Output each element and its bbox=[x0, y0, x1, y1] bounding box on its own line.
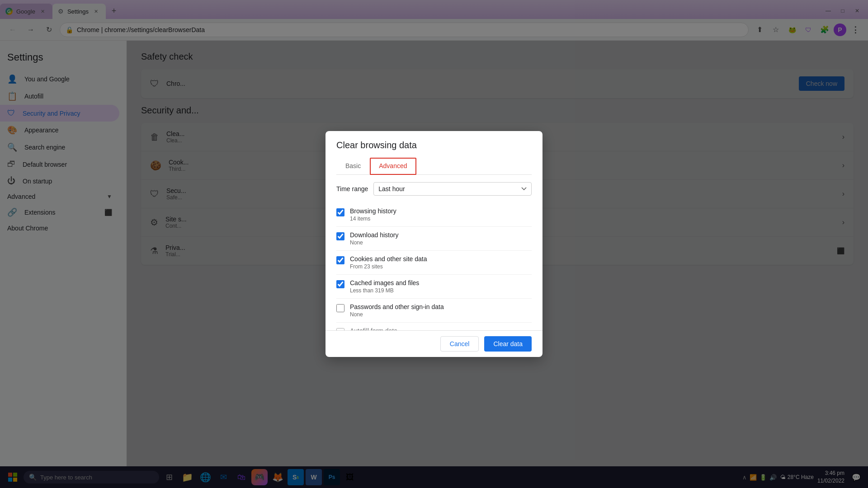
tab-advanced[interactable]: Advanced bbox=[370, 158, 416, 175]
browser-window: G Google ✕ ⚙ Settings ✕ + — □ ✕ ← → ↻ 🔒 … bbox=[0, 0, 868, 488]
autofill-checkbox[interactable] bbox=[336, 328, 344, 330]
dialog-header: Clear browsing data Basic Advanced bbox=[326, 131, 542, 175]
cookies-label: Cookies and other site data bbox=[350, 255, 427, 263]
clear-browsing-data-dialog: Clear browsing data Basic Advanced Time … bbox=[326, 131, 542, 357]
cached-label: Cached images and files bbox=[350, 279, 419, 286]
cancel-button[interactable]: Cancel bbox=[440, 336, 479, 352]
browsing-history-label: Browsing history bbox=[350, 207, 396, 215]
browsing-history-sublabel: 14 items bbox=[350, 216, 396, 222]
checkbox-download-history: Download history None bbox=[336, 227, 532, 251]
dialog-footer: Cancel Clear data bbox=[326, 330, 542, 357]
download-history-sublabel: None bbox=[350, 239, 398, 246]
time-range-label: Time range bbox=[336, 185, 368, 192]
autofill-text: Autofill form data bbox=[350, 327, 397, 330]
cached-checkbox[interactable] bbox=[336, 280, 344, 288]
tab-basic[interactable]: Basic bbox=[336, 158, 370, 175]
cookies-text: Cookies and other site data From 23 site… bbox=[350, 255, 427, 270]
passwords-checkbox[interactable] bbox=[336, 304, 344, 312]
browsing-history-text: Browsing history 14 items bbox=[350, 207, 396, 222]
time-range-row: Time range Last hour Last 24 hours Last … bbox=[336, 182, 532, 196]
checkbox-autofill: Autofill form data bbox=[336, 323, 532, 330]
cookies-sublabel: From 23 sites bbox=[350, 263, 427, 270]
download-history-text: Download history None bbox=[350, 231, 398, 246]
download-history-label: Download history bbox=[350, 231, 398, 239]
time-range-select[interactable]: Last hour Last 24 hours Last 7 days Last… bbox=[373, 182, 532, 196]
passwords-text: Passwords and other sign-in data None bbox=[350, 303, 444, 318]
checkbox-browsing-history: Browsing history 14 items bbox=[336, 203, 532, 227]
download-history-checkbox[interactable] bbox=[336, 232, 344, 240]
cookies-checkbox[interactable] bbox=[336, 256, 344, 264]
cached-text: Cached images and files Less than 319 MB bbox=[350, 279, 419, 294]
clear-data-button[interactable]: Clear data bbox=[484, 336, 532, 352]
passwords-sublabel: None bbox=[350, 311, 444, 318]
dialog-tabs: Basic Advanced bbox=[336, 158, 532, 175]
checkbox-cookies: Cookies and other site data From 23 site… bbox=[336, 251, 532, 275]
passwords-label: Passwords and other sign-in data bbox=[350, 303, 444, 310]
browsing-history-checkbox[interactable] bbox=[336, 208, 344, 216]
modal-overlay: Clear browsing data Basic Advanced Time … bbox=[0, 0, 868, 488]
dialog-title: Clear browsing data bbox=[336, 140, 532, 150]
checkbox-cached: Cached images and files Less than 319 MB bbox=[336, 275, 532, 299]
cached-sublabel: Less than 319 MB bbox=[350, 287, 419, 294]
autofill-label: Autofill form data bbox=[350, 327, 397, 330]
checkbox-passwords: Passwords and other sign-in data None bbox=[336, 299, 532, 323]
dialog-body: Time range Last hour Last 24 hours Last … bbox=[326, 175, 542, 330]
